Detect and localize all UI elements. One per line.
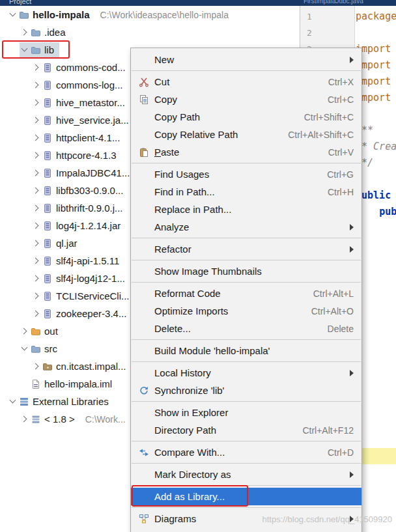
menu-item-replace-in-path[interactable]: Replace in Path...	[131, 201, 361, 218]
menu-item-copy[interactable]: CopyCtrl+C	[131, 91, 361, 108]
chevron-right-icon[interactable]	[20, 414, 29, 424]
tree-item-label: commons-cod...	[56, 62, 126, 73]
tree-item-label: slf4j-log4j12-1...	[56, 273, 125, 284]
line-number: 1	[300, 8, 354, 25]
chevron-right-icon[interactable]	[20, 326, 29, 336]
menu-item-label: Find Usages	[154, 169, 311, 180]
submenu-arrow-icon	[350, 471, 354, 478]
menu-item-find-usages[interactable]: Find UsagesCtrl+G	[131, 165, 361, 183]
menu-item-label: Analyze	[154, 221, 334, 232]
tree-item-inner: zookeeper-3.4...	[31, 306, 132, 322]
project-panel-header: Project	[9, 0, 31, 5]
menu-item-build-module-hello-impala[interactable]: Build Module 'hello-impala'	[131, 342, 361, 359]
menu-separator	[131, 161, 361, 165]
paste-icon	[137, 147, 150, 158]
chevron-down-icon[interactable]	[20, 344, 29, 354]
menu-item-local-history[interactable]: Local History	[131, 364, 361, 382]
chevron-right-icon[interactable]	[31, 309, 41, 318]
chevron-right-icon[interactable]	[31, 203, 41, 213]
menu-item-shortcut: Ctrl+G	[327, 169, 354, 180]
tree-item-label: src	[44, 343, 57, 354]
menu-item-label: Paste	[154, 147, 313, 158]
menu-item-shortcut: Ctrl+Shift+C	[304, 112, 354, 122]
tree-item-hello-impala[interactable]: hello-impalaC:\Work\ideaspace\hello-impa…	[0, 6, 300, 23]
menu-item-mark-directory-as[interactable]: Mark Directory as	[131, 466, 361, 483]
jar-icon	[42, 291, 53, 301]
tree-item-inner: libthrift-0.9.0.j...	[31, 201, 128, 216]
menu-item-shortcut: Ctrl+Alt+Shift+C	[288, 130, 354, 140]
chevron-right-icon[interactable]	[31, 273, 41, 283]
menu-item-optimize-imports[interactable]: Optimize ImportsCtrl+Alt+O	[131, 302, 361, 320]
menu-item-cut[interactable]: CutCtrl+X	[131, 73, 361, 91]
chevron-right-icon[interactable]	[31, 115, 41, 125]
menu-item-shortcut: Ctrl+C	[328, 94, 354, 105]
jar-icon	[42, 133, 53, 143]
chevron-down-icon[interactable]	[8, 10, 18, 20]
menu-item-show-image-thumbnails[interactable]: Show Image Thumbnails	[131, 262, 361, 280]
tree-item-label: log4j-1.2.14.jar	[56, 220, 120, 231]
chevron-right-icon[interactable]	[31, 80, 41, 90]
menu-item-refactor[interactable]: Refactor	[131, 240, 361, 258]
code-segment: public	[379, 206, 396, 217]
menu-item-copy-path[interactable]: Copy PathCtrl+Shift+C	[131, 108, 361, 126]
tree-item-inner: src	[20, 341, 63, 357]
menu-separator	[131, 359, 361, 364]
chevron-right-icon[interactable]	[31, 63, 41, 72]
tree-item-inner: ImpalaJDBC41...	[31, 165, 135, 181]
copy-icon	[137, 94, 150, 105]
jar-icon	[42, 186, 53, 196]
jar-icon	[42, 221, 53, 231]
chevron-right-icon[interactable]	[31, 238, 41, 248]
line-number: 2	[300, 25, 354, 41]
menu-item-label: Synchronize 'lib'	[154, 385, 354, 396]
menu-item-delete[interactable]: Delete...Delete	[131, 320, 361, 337]
chevron-right-icon[interactable]	[31, 291, 41, 301]
ide-window: Project FirstImpalaJdbc.java hello-impal…	[0, 0, 396, 532]
menu-separator	[131, 461, 361, 466]
menu-item-label: Local History	[154, 367, 334, 378]
menu-item-shortcut: Ctrl+Alt+O	[311, 306, 354, 316]
menu-item-analyze[interactable]: Analyze	[131, 218, 361, 236]
code-segment: java.sql.PreparedStatement;	[391, 76, 396, 87]
chevron-down-icon[interactable]	[8, 397, 18, 406]
menu-item-compare-with[interactable]: Compare With...Ctrl+D	[131, 443, 361, 461]
menu-item-label: Cut	[154, 76, 313, 87]
chevron-right-icon[interactable]	[31, 256, 41, 266]
menu-item-label: Optimize Imports	[154, 305, 296, 316]
chevron-right-icon[interactable]	[31, 98, 41, 107]
menu-item-directory-path[interactable]: Directory PathCtrl+Alt+F12	[131, 421, 361, 439]
menu-item-label: Mark Directory as	[154, 469, 334, 480]
menu-item-copy-relative-path[interactable]: Copy Relative PathCtrl+Alt+Shift+C	[131, 126, 361, 143]
folder-orange-icon	[31, 326, 41, 337]
menu-item-label: Compare With...	[154, 447, 312, 458]
menu-item-show-in-explorer[interactable]: Show in Explorer	[131, 404, 361, 421]
cut-icon	[137, 77, 150, 87]
chevron-right-icon[interactable]	[31, 186, 41, 195]
diagrams-icon	[137, 514, 150, 524]
menu-item-reformat-code[interactable]: Reformat CodeCtrl+Alt+L	[131, 285, 361, 302]
tree-item-label: TCLIServiceCli...	[56, 290, 130, 301]
menu-item-label: Replace in Path...	[154, 204, 354, 215]
tree-item-idea[interactable]: .idea	[0, 23, 300, 41]
menu-item-synchronize-lib[interactable]: Synchronize 'lib'	[131, 382, 361, 399]
menu-separator	[131, 399, 361, 404]
menu-item-paste[interactable]: PasteCtrl+V	[131, 143, 361, 161]
chevron-right-icon[interactable]	[31, 361, 41, 371]
submenu-arrow-icon	[350, 57, 354, 63]
menu-item-find-in-path[interactable]: Find in Path...Ctrl+H	[131, 183, 361, 201]
chevron-right-icon[interactable]	[31, 133, 41, 143]
chevron-right-icon[interactable]	[31, 168, 41, 178]
tree-item-inner: .idea	[20, 25, 71, 40]
chevron-right-icon[interactable]	[20, 27, 29, 37]
menu-separator	[131, 337, 361, 342]
chevron-right-icon[interactable]	[31, 150, 41, 160]
jar-icon	[42, 203, 53, 214]
menu-item-shortcut: Ctrl+Alt+F12	[302, 425, 354, 436]
package-icon	[42, 361, 53, 372]
menu-item-new[interactable]: New	[131, 51, 361, 68]
chevron-right-icon[interactable]	[31, 221, 41, 231]
code-segment: java.sql.ResultSet;	[391, 92, 396, 104]
menu-item-label: Copy Path	[154, 111, 289, 122]
tree-item-label: libthrift-0.9.0.j...	[56, 203, 123, 214]
libraries-icon	[19, 397, 29, 407]
